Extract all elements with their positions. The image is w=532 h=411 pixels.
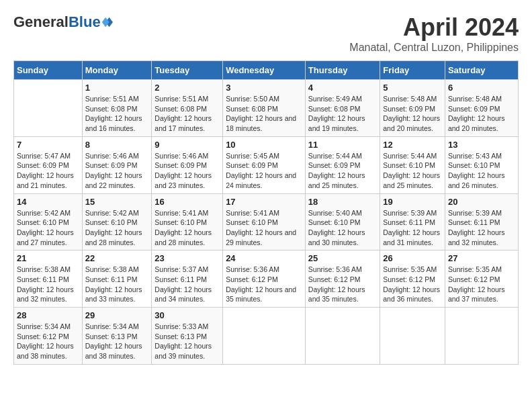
calendar-cell: 15Sunrise: 5:42 AM Sunset: 6:10 PM Dayli… (82, 193, 152, 250)
day-number: 27 (448, 253, 515, 263)
day-info: Sunrise: 5:36 AM Sunset: 6:12 PM Dayligh… (226, 265, 302, 304)
day-number: 26 (383, 253, 442, 263)
day-info: Sunrise: 5:35 AM Sunset: 6:12 PM Dayligh… (383, 265, 442, 304)
day-number: 14 (17, 197, 79, 207)
calendar-cell: 1Sunrise: 5:51 AM Sunset: 6:08 PM Daylig… (82, 80, 152, 137)
calendar-cell: 18Sunrise: 5:40 AM Sunset: 6:10 PM Dayli… (305, 193, 380, 250)
calendar-cell: 7Sunrise: 5:47 AM Sunset: 6:09 PM Daylig… (14, 136, 83, 193)
calendar-cell: 5Sunrise: 5:48 AM Sunset: 6:09 PM Daylig… (380, 80, 445, 137)
title-block: April 2024 Manatal, Central Luzon, Phili… (349, 13, 519, 54)
calendar-cell (445, 308, 518, 365)
calendar-cell (305, 308, 380, 365)
day-number: 30 (154, 310, 220, 320)
day-info: Sunrise: 5:40 AM Sunset: 6:10 PM Dayligh… (308, 208, 377, 248)
day-info: Sunrise: 5:50 AM Sunset: 6:08 PM Dayligh… (226, 94, 302, 134)
day-info: Sunrise: 5:42 AM Sunset: 6:10 PM Dayligh… (17, 208, 79, 248)
day-info: Sunrise: 5:38 AM Sunset: 6:11 PM Dayligh… (85, 265, 149, 304)
day-number: 9 (154, 140, 220, 150)
calendar-cell: 28Sunrise: 5:34 AM Sunset: 6:12 PM Dayli… (14, 308, 83, 365)
day-number: 16 (154, 197, 220, 207)
day-info: Sunrise: 5:41 AM Sunset: 6:10 PM Dayligh… (226, 208, 302, 248)
calendar-cell: 22Sunrise: 5:38 AM Sunset: 6:11 PM Dayli… (82, 250, 152, 308)
week-row-5: 28Sunrise: 5:34 AM Sunset: 6:12 PM Dayli… (14, 308, 519, 365)
day-info: Sunrise: 5:34 AM Sunset: 6:12 PM Dayligh… (17, 322, 79, 361)
day-header-tuesday: Tuesday (152, 61, 223, 80)
day-header-thursday: Thursday (305, 61, 380, 80)
day-header-monday: Monday (82, 61, 152, 80)
day-info: Sunrise: 5:51 AM Sunset: 6:08 PM Dayligh… (154, 94, 220, 134)
day-number: 2 (154, 83, 220, 93)
calendar-cell: 29Sunrise: 5:34 AM Sunset: 6:13 PM Dayli… (82, 308, 152, 365)
day-header-friday: Friday (380, 61, 445, 80)
calendar-cell: 13Sunrise: 5:43 AM Sunset: 6:10 PM Dayli… (445, 136, 518, 193)
day-number: 3 (226, 83, 302, 93)
day-number: 7 (17, 140, 79, 150)
calendar-cell: 12Sunrise: 5:44 AM Sunset: 6:10 PM Dayli… (380, 136, 445, 193)
calendar-cell: 24Sunrise: 5:36 AM Sunset: 6:12 PM Dayli… (223, 250, 306, 308)
day-number: 4 (308, 83, 377, 93)
day-header-sunday: Sunday (14, 61, 83, 80)
calendar-table: SundayMondayTuesdayWednesdayThursdayFrid… (13, 60, 519, 365)
day-info: Sunrise: 5:41 AM Sunset: 6:10 PM Dayligh… (154, 208, 220, 248)
calendar-cell: 4Sunrise: 5:49 AM Sunset: 6:08 PM Daylig… (305, 80, 380, 137)
week-row-3: 14Sunrise: 5:42 AM Sunset: 6:10 PM Dayli… (14, 193, 519, 250)
day-number: 17 (226, 197, 302, 207)
day-info: Sunrise: 5:46 AM Sunset: 6:09 PM Dayligh… (154, 151, 220, 191)
calendar-cell: 9Sunrise: 5:46 AM Sunset: 6:09 PM Daylig… (152, 136, 223, 193)
calendar-cell: 11Sunrise: 5:44 AM Sunset: 6:09 PM Dayli… (305, 136, 380, 193)
calendar-cell: 23Sunrise: 5:37 AM Sunset: 6:11 PM Dayli… (152, 250, 223, 308)
logo-general: GeneralBlue (13, 13, 101, 31)
logo: GeneralBlue (13, 13, 114, 31)
week-row-1: 1Sunrise: 5:51 AM Sunset: 6:08 PM Daylig… (14, 80, 519, 137)
day-number: 24 (226, 253, 302, 263)
day-info: Sunrise: 5:43 AM Sunset: 6:10 PM Dayligh… (448, 151, 515, 191)
day-info: Sunrise: 5:39 AM Sunset: 6:11 PM Dayligh… (448, 208, 515, 248)
subtitle: Manatal, Central Luzon, Philippines (349, 42, 519, 54)
day-info: Sunrise: 5:46 AM Sunset: 6:09 PM Dayligh… (85, 151, 149, 191)
day-number: 29 (85, 310, 149, 320)
main-title: April 2024 (349, 13, 519, 42)
calendar-cell (380, 308, 445, 365)
day-info: Sunrise: 5:47 AM Sunset: 6:09 PM Dayligh… (17, 151, 79, 191)
day-info: Sunrise: 5:33 AM Sunset: 6:13 PM Dayligh… (154, 322, 220, 361)
day-header-saturday: Saturday (445, 61, 518, 80)
logo-icon (101, 16, 113, 28)
day-info: Sunrise: 5:44 AM Sunset: 6:10 PM Dayligh… (383, 151, 442, 191)
calendar-cell: 17Sunrise: 5:41 AM Sunset: 6:10 PM Dayli… (223, 193, 306, 250)
day-info: Sunrise: 5:48 AM Sunset: 6:09 PM Dayligh… (383, 94, 442, 134)
day-header-wednesday: Wednesday (223, 61, 306, 80)
calendar-cell: 30Sunrise: 5:33 AM Sunset: 6:13 PM Dayli… (152, 308, 223, 365)
day-number: 22 (85, 253, 149, 263)
day-number: 19 (383, 197, 442, 207)
week-row-2: 7Sunrise: 5:47 AM Sunset: 6:09 PM Daylig… (14, 136, 519, 193)
day-info: Sunrise: 5:45 AM Sunset: 6:09 PM Dayligh… (226, 151, 302, 191)
week-row-4: 21Sunrise: 5:38 AM Sunset: 6:11 PM Dayli… (14, 250, 519, 308)
day-info: Sunrise: 5:42 AM Sunset: 6:10 PM Dayligh… (85, 208, 149, 248)
calendar-cell: 8Sunrise: 5:46 AM Sunset: 6:09 PM Daylig… (82, 136, 152, 193)
day-number: 25 (308, 253, 377, 263)
day-info: Sunrise: 5:49 AM Sunset: 6:08 PM Dayligh… (308, 94, 377, 134)
calendar-cell (223, 308, 306, 365)
day-info: Sunrise: 5:44 AM Sunset: 6:09 PM Dayligh… (308, 151, 377, 191)
calendar-cell: 6Sunrise: 5:48 AM Sunset: 6:09 PM Daylig… (445, 80, 518, 137)
day-number: 10 (226, 140, 302, 150)
day-info: Sunrise: 5:39 AM Sunset: 6:11 PM Dayligh… (383, 208, 442, 248)
day-info: Sunrise: 5:51 AM Sunset: 6:08 PM Dayligh… (85, 94, 149, 134)
day-info: Sunrise: 5:36 AM Sunset: 6:12 PM Dayligh… (308, 265, 377, 304)
page-header: GeneralBlue April 2024 Manatal, Central … (13, 13, 519, 54)
calendar-cell: 26Sunrise: 5:35 AM Sunset: 6:12 PM Dayli… (380, 250, 445, 308)
calendar-cell: 27Sunrise: 5:35 AM Sunset: 6:12 PM Dayli… (445, 250, 518, 308)
calendar-header-row: SundayMondayTuesdayWednesdayThursdayFrid… (14, 61, 519, 80)
day-number: 13 (448, 140, 515, 150)
calendar-cell: 10Sunrise: 5:45 AM Sunset: 6:09 PM Dayli… (223, 136, 306, 193)
day-number: 12 (383, 140, 442, 150)
calendar-cell: 14Sunrise: 5:42 AM Sunset: 6:10 PM Dayli… (14, 193, 83, 250)
day-number: 21 (17, 253, 79, 263)
calendar-cell: 2Sunrise: 5:51 AM Sunset: 6:08 PM Daylig… (152, 80, 223, 137)
calendar-cell: 25Sunrise: 5:36 AM Sunset: 6:12 PM Dayli… (305, 250, 380, 308)
day-number: 15 (85, 197, 149, 207)
day-info: Sunrise: 5:48 AM Sunset: 6:09 PM Dayligh… (448, 94, 515, 134)
day-info: Sunrise: 5:35 AM Sunset: 6:12 PM Dayligh… (448, 265, 515, 304)
day-info: Sunrise: 5:34 AM Sunset: 6:13 PM Dayligh… (85, 322, 149, 361)
day-number: 5 (383, 83, 442, 93)
